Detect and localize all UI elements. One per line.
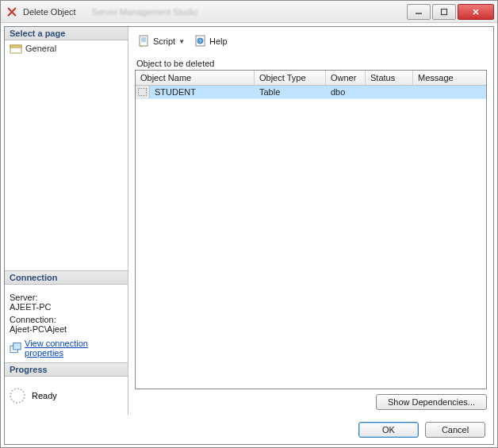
cell-owner: dbo [326,86,366,98]
cell-status [366,86,413,98]
view-connection-properties-link[interactable]: View connection properties [25,339,123,358]
help-icon: ? [194,35,207,48]
col-header-owner[interactable]: Owner [326,71,366,85]
progress-spinner-icon [10,388,25,404]
table-row[interactable]: STUDENT Table dbo [136,86,486,99]
maximize-button[interactable] [432,4,456,20]
script-icon [138,35,151,48]
help-button[interactable]: ? Help [191,33,231,49]
toolbar: Script ▼ ? Help [135,32,487,54]
show-dependencies-button[interactable]: Show Dependencies... [376,394,487,410]
sidebar-item-general[interactable]: General [8,42,125,55]
cancel-button[interactable]: Cancel [425,422,485,438]
objects-grid: Object Name Object Type Owner Status Mes… [135,70,487,389]
minimize-button[interactable] [407,4,431,20]
help-label: Help [209,36,228,46]
server-label: Server: [10,293,123,302]
script-button[interactable]: Script ▼ [135,33,188,49]
col-header-object-name[interactable]: Object Name [136,71,255,85]
dialog-button-bar: OK Cancel [5,415,493,444]
select-page-header: Select a page [5,27,128,40]
ok-button[interactable]: OK [358,422,419,438]
page-icon [10,43,22,54]
progress-status: Ready [32,391,57,400]
svg-rect-1 [442,9,447,14]
connection-header: Connection [5,270,128,285]
background-window-title: Server Management Studio [92,7,198,17]
connection-label: Connection: [10,315,123,324]
chevron-down-icon[interactable]: ▼ [178,38,185,45]
cell-message [413,86,486,98]
col-header-status[interactable]: Status [366,71,413,85]
svg-rect-5 [10,45,21,48]
connection-properties-icon [10,342,21,354]
window-title: Delete Object [23,7,76,17]
col-header-message[interactable]: Message [413,71,486,85]
cell-object-name: STUDENT [150,86,255,98]
server-value: AJEET-PC [10,302,123,312]
row-selector[interactable] [136,86,150,98]
script-label: Script [153,36,175,46]
grid-group-label: Object to be deleted [136,59,487,68]
cell-object-type: Table [255,86,326,98]
sidebar: Select a page General Connection Server:… [5,27,128,415]
sidebar-item-label: General [25,44,56,53]
grid-header-row: Object Name Object Type Owner Status Mes… [136,71,486,86]
delete-icon [6,6,18,18]
col-header-object-type[interactable]: Object Type [255,71,326,85]
close-button[interactable] [458,4,494,20]
progress-header: Progress [5,362,128,377]
connection-value: Ajeet-PC\Ajeet [10,324,123,334]
title-bar: Delete Object Server Management Studio [1,1,497,23]
content-panel: Script ▼ ? Help Object to be deleted [128,27,493,415]
svg-rect-7 [13,343,21,349]
